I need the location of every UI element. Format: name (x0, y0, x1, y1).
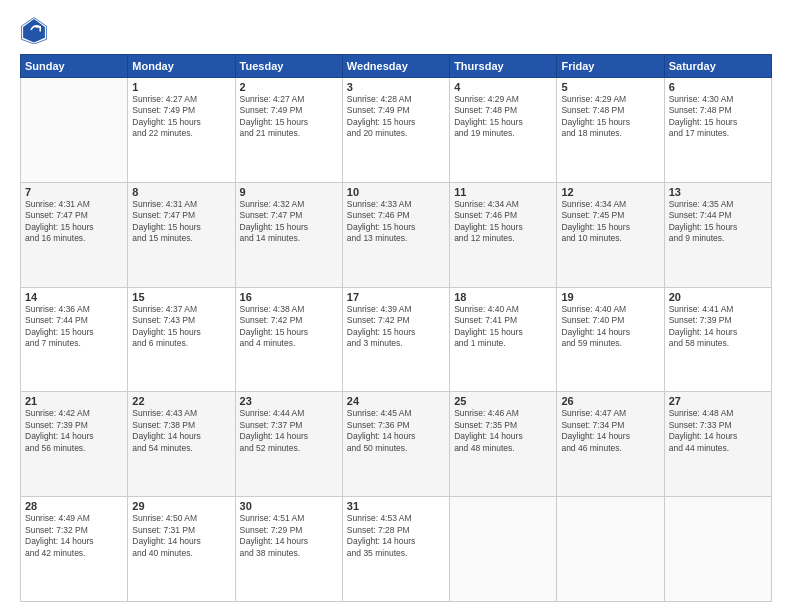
cell-sun-info: Sunrise: 4:40 AMSunset: 7:41 PMDaylight:… (454, 304, 552, 350)
cell-sun-info: Sunrise: 4:43 AMSunset: 7:38 PMDaylight:… (132, 408, 230, 454)
calendar-cell: 31Sunrise: 4:53 AMSunset: 7:28 PMDayligh… (342, 497, 449, 602)
calendar-cell: 6Sunrise: 4:30 AMSunset: 7:48 PMDaylight… (664, 78, 771, 183)
cell-day-number: 6 (669, 81, 767, 93)
page: SundayMondayTuesdayWednesdayThursdayFrid… (0, 0, 792, 612)
cell-sun-info: Sunrise: 4:48 AMSunset: 7:33 PMDaylight:… (669, 408, 767, 454)
calendar-cell: 13Sunrise: 4:35 AMSunset: 7:44 PMDayligh… (664, 182, 771, 287)
cell-sun-info: Sunrise: 4:47 AMSunset: 7:34 PMDaylight:… (561, 408, 659, 454)
cell-day-number: 28 (25, 500, 123, 512)
cell-day-number: 16 (240, 291, 338, 303)
calendar-cell: 18Sunrise: 4:40 AMSunset: 7:41 PMDayligh… (450, 287, 557, 392)
week-row-3: 14Sunrise: 4:36 AMSunset: 7:44 PMDayligh… (21, 287, 772, 392)
calendar-cell: 28Sunrise: 4:49 AMSunset: 7:32 PMDayligh… (21, 497, 128, 602)
cell-sun-info: Sunrise: 4:35 AMSunset: 7:44 PMDaylight:… (669, 199, 767, 245)
calendar-cell: 27Sunrise: 4:48 AMSunset: 7:33 PMDayligh… (664, 392, 771, 497)
cell-day-number: 14 (25, 291, 123, 303)
calendar-cell: 15Sunrise: 4:37 AMSunset: 7:43 PMDayligh… (128, 287, 235, 392)
calendar-cell: 20Sunrise: 4:41 AMSunset: 7:39 PMDayligh… (664, 287, 771, 392)
cell-day-number: 25 (454, 395, 552, 407)
cell-day-number: 29 (132, 500, 230, 512)
cell-sun-info: Sunrise: 4:44 AMSunset: 7:37 PMDaylight:… (240, 408, 338, 454)
calendar-cell: 8Sunrise: 4:31 AMSunset: 7:47 PMDaylight… (128, 182, 235, 287)
cell-sun-info: Sunrise: 4:27 AMSunset: 7:49 PMDaylight:… (240, 94, 338, 140)
calendar-cell: 11Sunrise: 4:34 AMSunset: 7:46 PMDayligh… (450, 182, 557, 287)
cell-day-number: 3 (347, 81, 445, 93)
cell-day-number: 30 (240, 500, 338, 512)
logo-icon (20, 16, 48, 44)
cell-day-number: 4 (454, 81, 552, 93)
calendar-cell: 2Sunrise: 4:27 AMSunset: 7:49 PMDaylight… (235, 78, 342, 183)
weekday-header-row: SundayMondayTuesdayWednesdayThursdayFrid… (21, 55, 772, 78)
calendar-cell: 17Sunrise: 4:39 AMSunset: 7:42 PMDayligh… (342, 287, 449, 392)
cell-day-number: 2 (240, 81, 338, 93)
weekday-header-saturday: Saturday (664, 55, 771, 78)
cell-sun-info: Sunrise: 4:32 AMSunset: 7:47 PMDaylight:… (240, 199, 338, 245)
calendar-cell: 29Sunrise: 4:50 AMSunset: 7:31 PMDayligh… (128, 497, 235, 602)
cell-day-number: 31 (347, 500, 445, 512)
cell-sun-info: Sunrise: 4:50 AMSunset: 7:31 PMDaylight:… (132, 513, 230, 559)
cell-day-number: 26 (561, 395, 659, 407)
weekday-header-sunday: Sunday (21, 55, 128, 78)
cell-sun-info: Sunrise: 4:37 AMSunset: 7:43 PMDaylight:… (132, 304, 230, 350)
cell-day-number: 12 (561, 186, 659, 198)
cell-day-number: 9 (240, 186, 338, 198)
cell-day-number: 5 (561, 81, 659, 93)
calendar-cell (21, 78, 128, 183)
calendar-cell: 10Sunrise: 4:33 AMSunset: 7:46 PMDayligh… (342, 182, 449, 287)
cell-sun-info: Sunrise: 4:31 AMSunset: 7:47 PMDaylight:… (25, 199, 123, 245)
weekday-header-monday: Monday (128, 55, 235, 78)
calendar-cell: 7Sunrise: 4:31 AMSunset: 7:47 PMDaylight… (21, 182, 128, 287)
calendar-cell: 21Sunrise: 4:42 AMSunset: 7:39 PMDayligh… (21, 392, 128, 497)
week-row-5: 28Sunrise: 4:49 AMSunset: 7:32 PMDayligh… (21, 497, 772, 602)
calendar-table: SundayMondayTuesdayWednesdayThursdayFrid… (20, 54, 772, 602)
cell-day-number: 24 (347, 395, 445, 407)
cell-sun-info: Sunrise: 4:36 AMSunset: 7:44 PMDaylight:… (25, 304, 123, 350)
cell-sun-info: Sunrise: 4:53 AMSunset: 7:28 PMDaylight:… (347, 513, 445, 559)
week-row-1: 1Sunrise: 4:27 AMSunset: 7:49 PMDaylight… (21, 78, 772, 183)
header (20, 16, 772, 44)
calendar-cell: 22Sunrise: 4:43 AMSunset: 7:38 PMDayligh… (128, 392, 235, 497)
calendar-cell: 4Sunrise: 4:29 AMSunset: 7:48 PMDaylight… (450, 78, 557, 183)
calendar-cell: 26Sunrise: 4:47 AMSunset: 7:34 PMDayligh… (557, 392, 664, 497)
calendar-cell: 5Sunrise: 4:29 AMSunset: 7:48 PMDaylight… (557, 78, 664, 183)
cell-day-number: 11 (454, 186, 552, 198)
week-row-4: 21Sunrise: 4:42 AMSunset: 7:39 PMDayligh… (21, 392, 772, 497)
calendar-cell: 12Sunrise: 4:34 AMSunset: 7:45 PMDayligh… (557, 182, 664, 287)
cell-sun-info: Sunrise: 4:38 AMSunset: 7:42 PMDaylight:… (240, 304, 338, 350)
cell-day-number: 1 (132, 81, 230, 93)
cell-day-number: 21 (25, 395, 123, 407)
calendar-cell: 19Sunrise: 4:40 AMSunset: 7:40 PMDayligh… (557, 287, 664, 392)
weekday-header-thursday: Thursday (450, 55, 557, 78)
calendar-cell: 1Sunrise: 4:27 AMSunset: 7:49 PMDaylight… (128, 78, 235, 183)
weekday-header-tuesday: Tuesday (235, 55, 342, 78)
calendar-cell: 16Sunrise: 4:38 AMSunset: 7:42 PMDayligh… (235, 287, 342, 392)
cell-day-number: 22 (132, 395, 230, 407)
logo (20, 16, 52, 44)
calendar-cell (450, 497, 557, 602)
calendar-cell (557, 497, 664, 602)
cell-sun-info: Sunrise: 4:31 AMSunset: 7:47 PMDaylight:… (132, 199, 230, 245)
cell-sun-info: Sunrise: 4:34 AMSunset: 7:45 PMDaylight:… (561, 199, 659, 245)
calendar-cell: 25Sunrise: 4:46 AMSunset: 7:35 PMDayligh… (450, 392, 557, 497)
cell-sun-info: Sunrise: 4:51 AMSunset: 7:29 PMDaylight:… (240, 513, 338, 559)
cell-sun-info: Sunrise: 4:34 AMSunset: 7:46 PMDaylight:… (454, 199, 552, 245)
cell-sun-info: Sunrise: 4:45 AMSunset: 7:36 PMDaylight:… (347, 408, 445, 454)
cell-sun-info: Sunrise: 4:46 AMSunset: 7:35 PMDaylight:… (454, 408, 552, 454)
week-row-2: 7Sunrise: 4:31 AMSunset: 7:47 PMDaylight… (21, 182, 772, 287)
weekday-header-wednesday: Wednesday (342, 55, 449, 78)
cell-day-number: 15 (132, 291, 230, 303)
cell-day-number: 13 (669, 186, 767, 198)
calendar-cell: 14Sunrise: 4:36 AMSunset: 7:44 PMDayligh… (21, 287, 128, 392)
cell-day-number: 23 (240, 395, 338, 407)
cell-day-number: 19 (561, 291, 659, 303)
cell-sun-info: Sunrise: 4:29 AMSunset: 7:48 PMDaylight:… (561, 94, 659, 140)
calendar-cell: 9Sunrise: 4:32 AMSunset: 7:47 PMDaylight… (235, 182, 342, 287)
cell-sun-info: Sunrise: 4:41 AMSunset: 7:39 PMDaylight:… (669, 304, 767, 350)
cell-day-number: 7 (25, 186, 123, 198)
cell-sun-info: Sunrise: 4:33 AMSunset: 7:46 PMDaylight:… (347, 199, 445, 245)
cell-sun-info: Sunrise: 4:40 AMSunset: 7:40 PMDaylight:… (561, 304, 659, 350)
weekday-header-friday: Friday (557, 55, 664, 78)
cell-day-number: 17 (347, 291, 445, 303)
cell-day-number: 27 (669, 395, 767, 407)
cell-sun-info: Sunrise: 4:42 AMSunset: 7:39 PMDaylight:… (25, 408, 123, 454)
